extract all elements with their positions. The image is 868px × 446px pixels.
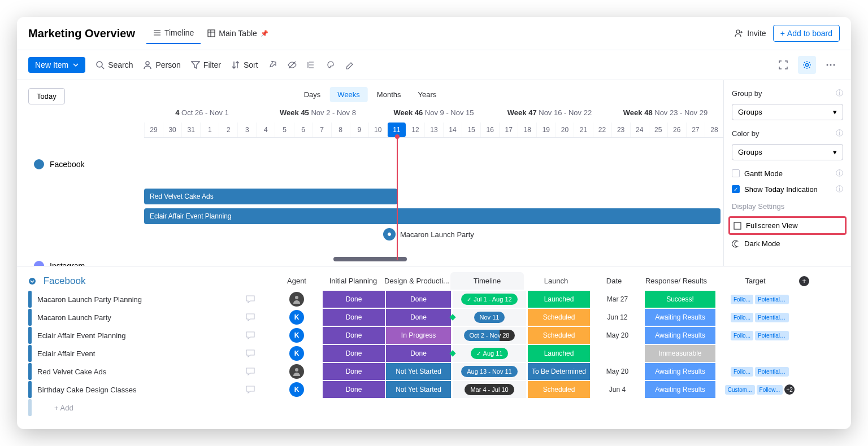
row-name[interactable]: Eclair Affair Event Planning [37,331,229,340]
avatar[interactable]: K [289,328,304,343]
group-by-select[interactable]: Groups ▾ [732,104,843,120]
cell-initial-planning[interactable]: Done [323,363,385,380]
cell-initial-planning[interactable]: Done [323,327,385,344]
cell-date[interactable]: May 20 [591,368,644,375]
day-cell[interactable]: 3 [237,123,256,137]
settings-tool-icon[interactable] [345,60,354,69]
horizontal-scrollbar[interactable] [333,257,407,261]
scale-weeks[interactable]: Weeks [329,87,368,102]
day-cell[interactable]: 24 [630,123,649,137]
day-cell[interactable]: 30 [163,123,181,137]
day-cell[interactable]: 20 [555,123,574,137]
info-icon[interactable]: ⓘ [836,184,843,194]
cell-initial-planning[interactable]: Done [323,291,385,308]
cell-launch[interactable]: Scheduled [528,381,590,398]
target-chip[interactable]: Custom... [725,385,755,395]
cell-design-production[interactable]: Not Yet Started [386,381,451,398]
day-cell[interactable]: 21 [574,123,592,137]
settings-panel-toggle[interactable] [798,56,816,74]
info-icon[interactable]: ⓘ [836,88,843,98]
color-tool-icon[interactable] [326,60,335,69]
cell-timeline[interactable]: Mar 4 - Jul 10 [453,381,526,398]
day-cell[interactable]: 29 [144,123,163,137]
table-row[interactable]: Birthday Cake Design ClassesKDoneNot Yet… [28,381,840,398]
table-row[interactable]: Macaron Launch Party PlanningDoneDone✓ J… [28,291,840,308]
table-row[interactable]: Red Velvet Cake AdsDoneNot Yet Started A… [28,363,840,380]
cell-design-production[interactable]: Not Yet Started [386,363,451,380]
day-cell[interactable]: 15 [462,123,480,137]
add-to-board-button[interactable]: + Add to board [773,25,840,42]
table-group-name[interactable]: Facebook [28,276,271,287]
day-cell[interactable]: 19 [536,123,555,137]
cell-design-production[interactable]: Done [386,291,451,308]
dark-mode-option[interactable]: Dark Mode [732,239,843,248]
day-cell[interactable]: 6 [294,123,313,137]
show-today-checkbox[interactable]: ✓ Show Today Indication [732,185,831,194]
day-cell[interactable]: 1 [200,123,219,137]
day-cell[interactable]: 12 [406,123,424,137]
cell-timeline[interactable]: Aug 13 - Nov 11 [453,363,526,380]
sort-button[interactable]: Sort [231,60,258,69]
cell-response-results[interactable]: Success! [645,291,715,308]
add-row-button[interactable]: + Add [54,404,73,412]
fullscreen-button[interactable] [774,56,792,74]
day-cell[interactable]: 23 [611,123,630,137]
height-tool-icon[interactable] [307,60,316,69]
avatar[interactable] [289,292,304,307]
col-timeline[interactable]: Timeline [450,272,524,290]
cell-timeline[interactable]: Oct 2 - Nov 28 [453,327,526,344]
comment-icon[interactable] [229,384,271,395]
row-name[interactable]: Eclair Affair Event [37,349,229,358]
info-icon[interactable]: ⓘ [836,168,843,178]
scale-days[interactable]: Days [296,87,329,102]
today-button[interactable]: Today [28,88,65,104]
gantt-mode-checkbox[interactable]: Gantt Mode [732,169,831,178]
col-agent[interactable]: Agent [271,277,322,285]
cell-response-results[interactable]: Awaiting Results [645,327,715,344]
cell-timeline[interactable]: Nov 11 [453,309,526,326]
cell-timeline[interactable]: ✓ Aug 11 [453,345,526,362]
comment-icon[interactable] [229,330,271,340]
row-name[interactable]: Birthday Cake Design Classes [37,386,229,394]
cell-response-results[interactable]: Awaiting Results [645,309,715,326]
cell-response-results[interactable]: Awaiting Results [645,363,715,380]
target-chip[interactable]: Follo... [731,367,753,377]
pin-tool-icon[interactable] [268,60,277,69]
comment-icon[interactable] [229,366,271,377]
target-chip[interactable]: Potential Foll... [755,313,789,322]
add-column-button[interactable]: + [799,276,809,286]
day-cell[interactable]: 16 [480,123,499,137]
day-cell[interactable]: 8 [331,123,350,137]
cell-design-production[interactable]: Done [386,309,451,326]
target-chip[interactable]: Potential Foll... [755,295,789,304]
row-name[interactable]: Red Velvet Cake Ads [37,368,229,376]
new-item-button[interactable]: New Item [28,57,85,73]
timeline-bar-eclair[interactable]: Eclair Affair Event Planning [144,208,721,224]
cell-design-production[interactable]: In Progress [386,327,451,344]
day-cell[interactable]: 31 [181,123,200,137]
day-cell[interactable]: 27 [686,123,705,137]
cell-launch[interactable]: Scheduled [528,309,590,326]
avatar[interactable]: K [289,382,304,397]
scale-years[interactable]: Years [410,87,444,102]
cell-design-production[interactable]: Done [386,345,451,362]
cell-date[interactable]: May 20 [591,331,644,339]
fullscreen-view-option[interactable]: Fullscreen View [734,221,841,230]
table-row[interactable]: Macaron Launch PartyKDoneDone Nov 11Sche… [28,309,840,326]
day-cell[interactable]: 22 [593,123,611,137]
filter-button[interactable]: Filter [191,60,221,69]
cell-initial-planning[interactable]: Done [323,309,385,326]
search-button[interactable]: Search [96,60,133,69]
target-chip[interactable]: Follo... [731,295,753,304]
tab-timeline[interactable]: Timeline [146,23,201,44]
cell-launch[interactable]: To Be Determined [528,363,590,380]
day-cell[interactable]: 26 [667,123,686,137]
day-cell[interactable]: 9 [350,123,368,137]
cell-launch[interactable]: Launched [528,291,590,308]
cell-launch[interactable]: Scheduled [528,327,590,344]
row-name[interactable]: Macaron Launch Party Planning [37,295,229,304]
cell-response-results[interactable]: Awaiting Results [645,381,715,398]
day-cell[interactable]: 18 [518,123,536,137]
target-chip[interactable]: Potential Foll... [755,367,789,377]
col-design-production[interactable]: Design & Producti... [384,277,449,285]
